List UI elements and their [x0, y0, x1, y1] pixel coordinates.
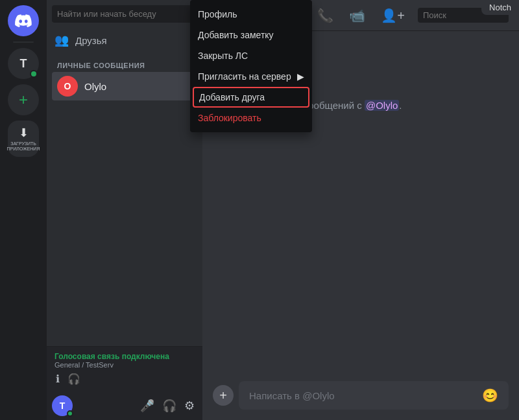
- context-menu-block-label: Заблокировать: [198, 113, 261, 123]
- context-menu-invite-label: Пригласить на сервер: [198, 71, 291, 82]
- context-menu: Профиль Добавить заметку Закрыть ЛС Приг…: [190, 0, 312, 132]
- context-menu-invite-server[interactable]: Пригласить на сервер ▶: [190, 66, 312, 87]
- submenu-arrow-icon: ▶: [297, 71, 304, 82]
- context-menu-add-friend-label: Добавить друга: [199, 92, 265, 102]
- context-menu-add-note-label: Добавить заметку: [198, 30, 274, 40]
- context-menu-add-friend[interactable]: Добавить друга: [193, 87, 309, 108]
- context-menu-overlay: Профиль Добавить заметку Закрыть ЛС Приг…: [0, 0, 519, 420]
- context-menu-profile[interactable]: Профиль: [190, 4, 312, 25]
- context-menu-close-dm-label: Закрыть ЛС: [198, 51, 248, 61]
- context-menu-profile-label: Профиль: [198, 9, 237, 19]
- context-menu-block[interactable]: Заблокировать: [190, 108, 312, 128]
- context-menu-add-note[interactable]: Добавить заметку: [190, 25, 312, 45]
- context-menu-close-dm[interactable]: Закрыть ЛС: [190, 45, 312, 66]
